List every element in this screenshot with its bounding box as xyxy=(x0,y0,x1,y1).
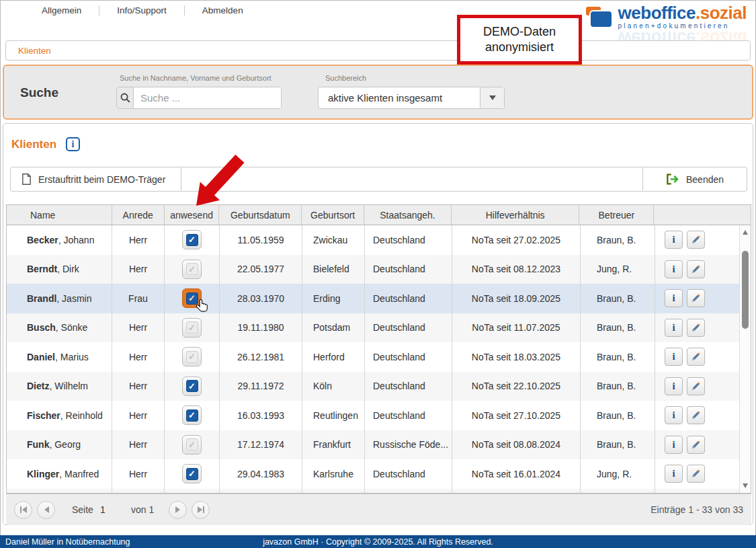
search-button[interactable] xyxy=(117,87,134,108)
table-row[interactable]: Dietz, Wilhelm Herr ✓ 29.11.1972 Köln De… xyxy=(7,372,751,401)
scroll-down-icon[interactable] xyxy=(743,483,748,488)
row-info-button[interactable]: i xyxy=(665,436,683,454)
row-info-button[interactable]: i xyxy=(665,231,683,249)
last-page-button[interactable] xyxy=(192,501,210,519)
anwesend-checkbox[interactable]: ✓ xyxy=(182,464,202,483)
logout-icon xyxy=(666,173,679,185)
pencil-icon xyxy=(691,410,701,420)
row-edit-button[interactable] xyxy=(687,377,705,395)
row-info-button[interactable]: i xyxy=(665,260,683,278)
info-icon[interactable]: i xyxy=(66,137,80,151)
table-row[interactable]: Brandl, Jasmin Frau ✓ 28.03.1970 Erding … xyxy=(7,284,751,313)
scrollbar-thumb[interactable] xyxy=(742,251,749,329)
column-header-name[interactable]: Name xyxy=(7,205,112,225)
cell-anwesend: ✓ xyxy=(165,430,220,460)
nav-info-support[interactable]: Info/Support xyxy=(117,5,167,15)
column-header-betreuer[interactable]: Betreuer xyxy=(579,205,654,225)
table-row[interactable]: Becker, Johann Herr ✓ 11.05.1959 Zwickau… xyxy=(7,225,751,255)
row-edit-button[interactable] xyxy=(687,436,705,454)
row-info-button[interactable]: i xyxy=(665,465,683,483)
column-header-hilfeverhaeltnis[interactable]: Hilfeverhältnis xyxy=(452,205,580,225)
cell-staatsangeh: Deutschland xyxy=(365,459,452,489)
cell-hilfeverhaeltnis: NoTa seit 18.09.2025 xyxy=(452,284,581,313)
beenden-button[interactable]: Beenden xyxy=(642,167,747,192)
row-edit-button[interactable] xyxy=(687,348,705,366)
search-scope-select[interactable]: aktive Klienten insgesamt xyxy=(318,87,505,109)
cell-geburtsdatum: 28.03.1970 xyxy=(220,284,302,313)
table-header-row: Name Anrede anwesend Geburtsdatum Geburt… xyxy=(7,205,751,225)
cell-staatsangeh: Deutschland xyxy=(365,284,452,313)
search-input[interactable] xyxy=(134,87,281,108)
page-number-input[interactable] xyxy=(100,504,122,515)
table-row[interactable]: Klinger, Manfred Herr ✓ 29.04.1983 Karls… xyxy=(7,459,751,489)
column-header-geburtsdatum[interactable]: Geburtsdatum xyxy=(219,205,302,225)
anwesend-checkbox[interactable]: ✓ xyxy=(182,260,202,279)
cell-hilfeverhaeltnis: NoTa seit 27.10.2025 xyxy=(452,401,581,430)
table-row[interactable]: Daniel, Marius Herr ✓ 26.12.1981 Herford… xyxy=(7,342,751,372)
logo-word: weboffice xyxy=(618,3,696,23)
tab-klienten[interactable]: Klienten xyxy=(18,46,51,56)
anwesend-checkbox[interactable]: ✓ xyxy=(182,435,202,455)
info-icon: i xyxy=(672,468,675,479)
table-row[interactable]: Fischer, Reinhold Herr ✓ 16.03.1993 Reut… xyxy=(7,401,751,430)
nav-separator xyxy=(99,5,99,15)
nav-abmelden[interactable]: Abmelden xyxy=(202,5,243,15)
anwesend-checkbox[interactable]: ✓ xyxy=(182,318,202,338)
table-scrollbar[interactable] xyxy=(739,225,751,493)
column-header-staatsangeh[interactable]: Staatsangeh. xyxy=(364,205,452,225)
anwesend-checkbox[interactable]: ✓ xyxy=(182,347,202,366)
row-edit-button[interactable] xyxy=(687,231,705,249)
row-info-button[interactable]: i xyxy=(665,348,683,366)
cell-actions: i xyxy=(655,255,741,284)
cell-actions: i xyxy=(655,430,741,460)
column-header-anrede[interactable]: Anrede xyxy=(112,205,165,225)
cell-geburtsort: Bielefeld xyxy=(302,255,365,284)
row-info-button[interactable]: i xyxy=(665,289,683,307)
table-row[interactable]: Berndt, Dirk Herr ✓ 22.05.1977 Bielefeld… xyxy=(7,255,751,284)
cell-actions: i xyxy=(655,313,741,343)
cell-name: Brandl, Jasmin xyxy=(7,284,112,313)
cell-geburtsdatum: 29.04.1983 xyxy=(220,459,302,489)
anwesend-checkbox[interactable]: ✓ xyxy=(182,377,202,396)
cell-hilfeverhaeltnis: NoTa seit 11.07.2025 xyxy=(452,313,581,343)
anwesend-checkbox[interactable]: ✓ xyxy=(182,230,202,249)
search-scope-label: Suchbereich xyxy=(325,74,366,82)
pencil-icon xyxy=(691,264,701,274)
column-header-anwesend[interactable]: anwesend xyxy=(165,205,220,225)
row-edit-button[interactable] xyxy=(687,319,705,337)
table-row[interactable]: Funk, Georg Herr ✓ 17.12.1974 Frankfurt … xyxy=(7,430,751,460)
select-arrow-button[interactable] xyxy=(480,87,504,108)
row-edit-button[interactable] xyxy=(687,260,705,278)
nav-allgemein[interactable]: Allgemein xyxy=(42,5,81,15)
scroll-up-icon[interactable] xyxy=(743,230,748,235)
next-page-button[interactable] xyxy=(169,501,187,519)
erstauftritt-button[interactable]: Erstauftritt beim DEMO-Träger xyxy=(10,167,181,192)
cell-anrede: Herr xyxy=(112,342,165,372)
pencil-icon xyxy=(691,323,701,333)
checkmark-icon: ✓ xyxy=(186,234,198,246)
prev-page-button[interactable] xyxy=(37,501,55,519)
cell-geburtsdatum: 29.11.1972 xyxy=(220,372,302,401)
logo-suffix: .sozial xyxy=(696,3,747,23)
first-page-button[interactable] xyxy=(14,501,32,519)
table-row[interactable]: Busch, Sönke Herr ✓ 19.11.1980 Potsdam D… xyxy=(7,313,751,343)
row-edit-button[interactable] xyxy=(687,289,705,307)
logo-tagline: planen+dokumentieren xyxy=(618,23,747,30)
demo-badge-line2: anonymisiert xyxy=(485,40,554,55)
cell-name xyxy=(7,489,112,494)
cell-betreuer: Braun, B. xyxy=(581,284,655,313)
logo-folders-icon xyxy=(586,6,613,29)
cell-staatsangeh xyxy=(365,489,452,494)
column-header-geburtsort[interactable]: Geburtsort xyxy=(302,205,364,225)
anwesend-checkbox[interactable]: ✓ xyxy=(182,405,202,425)
row-edit-button[interactable] xyxy=(687,465,705,483)
row-info-button[interactable]: i xyxy=(665,377,683,395)
row-edit-button[interactable] xyxy=(687,406,705,424)
search-field-label: Suche in Nachname, Vorname und Geburtsor… xyxy=(120,74,271,82)
row-info-button[interactable]: i xyxy=(665,319,683,337)
row-info-button[interactable]: i xyxy=(665,406,683,424)
anwesend-checkbox[interactable]: ✓ xyxy=(182,288,202,308)
cell-name: Daniel, Marius xyxy=(7,342,112,372)
cell-betreuer: Braun, B. xyxy=(581,225,655,255)
table-row[interactable]: ✓ i xyxy=(7,489,751,494)
